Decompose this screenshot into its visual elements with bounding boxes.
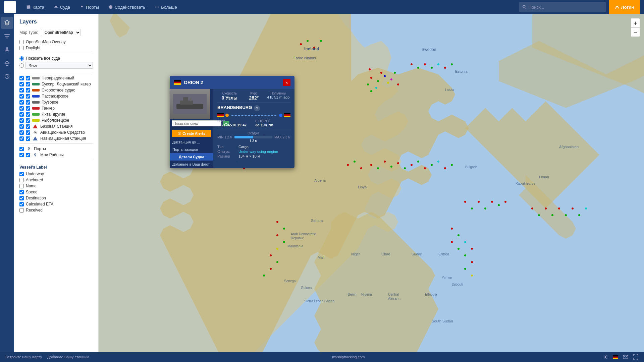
vt-tug-check2[interactable] bbox=[26, 82, 30, 86]
vt-cargo-check2[interactable] bbox=[26, 100, 30, 105]
ship-details-btn[interactable]: Детали Судна bbox=[170, 153, 213, 161]
vt-yacht-check2[interactable] bbox=[26, 112, 30, 117]
vt-avia-check2[interactable] bbox=[26, 130, 30, 135]
nav-map[interactable]: Карта bbox=[21, 0, 49, 14]
ship-tool-btn[interactable] bbox=[1, 57, 13, 69]
vl-anchored-check[interactable] bbox=[19, 178, 24, 182]
embed-map-link[interactable]: Встройте нашу Карту bbox=[5, 355, 42, 359]
course-stat: Курс 282° bbox=[242, 92, 266, 101]
daylight-row: Daylight bbox=[14, 45, 98, 51]
create-alerts-btn[interactable]: Create Alerts bbox=[172, 130, 211, 137]
vl-name-check[interactable] bbox=[19, 184, 24, 188]
vt-base-check[interactable] bbox=[19, 124, 24, 129]
svg-text:Guinea: Guinea bbox=[301, 286, 312, 290]
fullscreen-bottom-icon[interactable] bbox=[633, 354, 639, 360]
vt-tug-check[interactable] bbox=[19, 82, 24, 86]
vt-yacht-check[interactable] bbox=[19, 112, 24, 117]
svg-line-6 bbox=[525, 8, 526, 9]
vt-pass-check[interactable] bbox=[19, 94, 24, 99]
nav-ports[interactable]: Порты bbox=[75, 0, 104, 14]
zoom-in-button[interactable]: + bbox=[631, 18, 640, 27]
vt-fast-check2[interactable] bbox=[26, 88, 30, 93]
vt-fish-check2[interactable] bbox=[26, 118, 30, 123]
anchor-tool-btn[interactable] bbox=[1, 44, 13, 56]
ship-detail-popup: ORION 2 × bbox=[170, 76, 294, 168]
my-areas-check2[interactable] bbox=[26, 153, 30, 157]
vt-base-check2[interactable] bbox=[26, 124, 30, 129]
vl-speed-check[interactable] bbox=[19, 190, 24, 194]
daylight-checkbox[interactable] bbox=[19, 46, 24, 50]
vl-received-check[interactable] bbox=[19, 208, 24, 213]
vl-eta-check[interactable] bbox=[19, 202, 24, 206]
add-fleet-btn[interactable]: Добавьте в Ваш флот bbox=[170, 161, 213, 168]
my-areas-check1[interactable] bbox=[19, 153, 24, 157]
vl-speed-row: Speed bbox=[14, 189, 98, 195]
help-icon[interactable]: ? bbox=[254, 105, 260, 111]
show-all-radio[interactable] bbox=[19, 56, 24, 61]
ports-layer-check[interactable] bbox=[19, 147, 24, 151]
fleet-select[interactable]: Флот bbox=[25, 62, 93, 69]
opensea-checkbox[interactable] bbox=[19, 40, 24, 44]
svg-marker-12 bbox=[33, 136, 38, 140]
map-area[interactable]: Iceland Faroe Islands Sweden Estonia Lat… bbox=[99, 14, 644, 362]
vt-nav-check[interactable] bbox=[19, 136, 24, 141]
port-arrival: В ПОРТУ 3d 19h 7m bbox=[255, 119, 290, 127]
vt-nav-check2[interactable] bbox=[26, 136, 30, 141]
nav-assist[interactable]: Содействовать bbox=[104, 0, 150, 14]
settings-bottom-icon[interactable] bbox=[602, 354, 608, 360]
nav-vessels[interactable]: Суда bbox=[49, 0, 75, 14]
login-button[interactable]: Логин bbox=[609, 0, 640, 14]
popup-port-row: Порт 2021-02-10 19:47 В ПОРТУ 3d 19h 7m bbox=[217, 119, 290, 127]
svg-point-84 bbox=[307, 40, 309, 42]
main-area: Layers Map Type: OpenStreetMap Satellite… bbox=[0, 14, 644, 362]
svg-point-27 bbox=[375, 87, 377, 89]
vt-tank-check2[interactable] bbox=[26, 106, 30, 111]
svg-point-24 bbox=[380, 72, 382, 74]
bottom-bar: Встройте нашу Карту Добавьте Вашу станци… bbox=[0, 352, 644, 362]
svg-point-81 bbox=[464, 268, 466, 270]
distance-btn[interactable]: Дистанция до ... bbox=[170, 138, 213, 146]
vt-fish-check[interactable] bbox=[19, 118, 24, 123]
vt-undefined-check[interactable] bbox=[19, 76, 24, 80]
popup-close-button[interactable]: × bbox=[283, 79, 290, 86]
svg-point-59 bbox=[478, 201, 480, 203]
map-type-select[interactable]: OpenStreetMap Satellite Terrain bbox=[41, 29, 81, 36]
vl-destination-check[interactable] bbox=[19, 196, 24, 200]
svg-point-80 bbox=[471, 261, 473, 263]
vt-tank-check[interactable] bbox=[19, 106, 24, 111]
vt-cargo-check[interactable] bbox=[19, 100, 24, 105]
svg-point-83 bbox=[300, 43, 302, 45]
svg-rect-150 bbox=[284, 114, 290, 116]
map-zoom-controls: + − bbox=[631, 18, 640, 37]
svg-point-4 bbox=[158, 7, 159, 8]
draft-min: MIN 1.2 м bbox=[217, 135, 232, 139]
filter-tool-btn[interactable] bbox=[1, 30, 13, 42]
email-bottom-icon[interactable] bbox=[623, 354, 629, 360]
flag-bottom-icon[interactable] bbox=[612, 354, 619, 360]
vt-avia-check[interactable] bbox=[19, 130, 24, 135]
vl-underway-check[interactable] bbox=[19, 172, 24, 176]
svg-point-32 bbox=[370, 164, 372, 166]
svg-rect-136 bbox=[174, 82, 181, 83]
svg-point-13 bbox=[28, 147, 30, 149]
search-input[interactable] bbox=[529, 5, 603, 10]
svg-point-42 bbox=[437, 161, 439, 163]
route-start-flag bbox=[217, 113, 224, 117]
add-station-link[interactable]: Добавьте Вашу станцию bbox=[47, 355, 89, 359]
draft-value: 1.3 м bbox=[234, 139, 272, 143]
vt-pass-check2[interactable] bbox=[26, 94, 30, 99]
nav-more[interactable]: Больше bbox=[150, 0, 182, 14]
layers-tool-btn[interactable] bbox=[1, 17, 13, 29]
svg-point-67 bbox=[283, 241, 285, 243]
ports-layer-row: Порты bbox=[14, 146, 98, 152]
my-areas-label: Мои Районы bbox=[40, 153, 64, 157]
svg-point-66 bbox=[276, 234, 278, 236]
ports-visited-btn[interactable]: Порты заходов bbox=[170, 146, 213, 153]
vt-undefined-check2[interactable] bbox=[26, 76, 30, 80]
vt-fast-check[interactable] bbox=[19, 88, 24, 93]
svg-marker-11 bbox=[33, 124, 38, 128]
history-tool-btn[interactable] bbox=[1, 70, 13, 82]
svg-text:Mauritania: Mauritania bbox=[287, 244, 303, 248]
fleet-radio[interactable] bbox=[19, 63, 24, 68]
zoom-out-button[interactable]: − bbox=[631, 27, 640, 37]
